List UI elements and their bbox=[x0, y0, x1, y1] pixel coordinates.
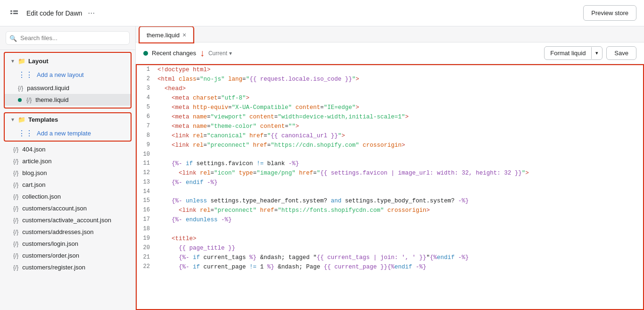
current-label: Current bbox=[208, 50, 227, 57]
format-liquid-main[interactable]: Format liquid bbox=[545, 47, 591, 59]
search-input[interactable] bbox=[6, 31, 130, 45]
editor-toolbar: Recent changes ↓ Current ▾ Format liquid… bbox=[136, 42, 644, 64]
code-line: 5 <meta http-equiv="X-UA-Compatible" con… bbox=[137, 103, 643, 112]
code-line: 18 bbox=[137, 225, 643, 234]
tab-bar: theme.liquid × bbox=[136, 26, 644, 42]
file-icon-cust-login: {/} bbox=[13, 241, 18, 247]
toolbar-right: Format liquid ▾ Save bbox=[544, 46, 636, 60]
layout-section-header[interactable]: ▼ 📁 Layout bbox=[5, 55, 131, 67]
sidebar-item-blog[interactable]: {/} blog.json bbox=[0, 167, 135, 179]
add-layout-link[interactable]: ⋮⋮ Add a new layout bbox=[5, 67, 131, 82]
file-icon-blog: {/} bbox=[13, 170, 18, 176]
add-layout-icon: ⋮⋮ bbox=[18, 70, 33, 79]
recent-dot bbox=[143, 51, 148, 56]
sidebar-item-404[interactable]: {/} 404.json bbox=[0, 143, 135, 155]
file-icon-article: {/} bbox=[13, 158, 18, 165]
password-liquid-label: password.liquid bbox=[27, 84, 125, 92]
search-wrap: 🔍 bbox=[6, 31, 130, 45]
save-button[interactable]: Save bbox=[606, 46, 636, 60]
templates-folder-icon: 📁 bbox=[18, 116, 25, 123]
layout-section-outlined: ▼ 📁 Layout ⋮⋮ Add a new layout {/} passw… bbox=[4, 52, 132, 109]
file-icon-cust-order: {/} bbox=[13, 252, 18, 259]
code-line: 14 bbox=[137, 187, 643, 196]
sidebar-item-cust-register[interactable]: {/} customers/register.json bbox=[0, 261, 135, 273]
current-dropdown-icon: ▾ bbox=[229, 50, 232, 57]
add-layout-label: Add a new layout bbox=[37, 71, 84, 78]
tab-theme-liquid[interactable]: theme.liquid × bbox=[140, 27, 193, 42]
recent-changes-label: Recent changes bbox=[152, 50, 196, 57]
svg-rect-0 bbox=[10, 10, 12, 12]
search-section: 🔍 bbox=[0, 26, 135, 50]
sidebar-item-cust-login[interactable]: {/} customers/login.json bbox=[0, 238, 135, 250]
more-options-button[interactable]: ··· bbox=[88, 8, 95, 18]
sidebar-item-collection[interactable]: {/} collection.json bbox=[0, 191, 135, 202]
file-icon-collection: {/} bbox=[13, 193, 18, 200]
back-button[interactable] bbox=[8, 7, 21, 20]
file-icon: {/} bbox=[18, 85, 23, 92]
templates-section-header[interactable]: ▼ 📁 Templates bbox=[5, 113, 131, 126]
top-bar: Edit code for Dawn ··· Preview store bbox=[0, 0, 644, 26]
code-line: 6 <meta name="viewport" content="width=d… bbox=[137, 112, 643, 122]
app-body: 🔍 ▼ 📁 Layout ⋮⋮ Add a new layout {/} pas… bbox=[0, 26, 644, 310]
svg-rect-2 bbox=[13, 10, 18, 12]
templates-outer: ▼ 📁 Templates ⋮⋮ Add a new template {/} … bbox=[0, 112, 135, 275]
code-line: 22 {%- if current_page != 1 %} &ndash; P… bbox=[137, 262, 643, 272]
toolbar-left: Recent changes ↓ Current ▾ bbox=[143, 48, 232, 59]
templates-section-label: Templates bbox=[28, 116, 58, 123]
page-title: Edit code for Dawn bbox=[26, 9, 82, 17]
sidebar-item-theme-liquid[interactable]: {/} theme.liquid 🗑 ✏ bbox=[5, 94, 131, 106]
layout-arrow-icon: ▼ bbox=[10, 59, 15, 64]
tab-label: theme.liquid bbox=[147, 32, 180, 39]
code-line: 16 <link rel="preconnect" href="https://… bbox=[137, 206, 643, 215]
code-line: 3 <head> bbox=[137, 84, 643, 93]
code-line: 7 <meta name="theme-color" content=""> bbox=[137, 122, 643, 131]
layout-section: ▼ 📁 Layout ⋮⋮ Add a new layout {/} passw… bbox=[5, 53, 131, 108]
sidebar-item-cust-activate[interactable]: {/} customers/activate_account.json bbox=[0, 214, 135, 226]
code-line: 8 <link rel="canonical" href="{{ canonic… bbox=[137, 131, 643, 141]
arrow-down-icon: ↓ bbox=[200, 48, 205, 59]
svg-rect-3 bbox=[13, 13, 18, 14]
templates-file-list: {/} 404.json {/} article.json {/} blog.j… bbox=[0, 142, 135, 275]
file-icon-cust-addresses: {/} bbox=[13, 229, 18, 235]
current-badge[interactable]: Current ▾ bbox=[208, 50, 232, 57]
code-line: 19 <title> bbox=[137, 234, 643, 243]
format-liquid-dropdown[interactable]: ▾ bbox=[591, 47, 602, 59]
top-bar-left: Edit code for Dawn ··· bbox=[8, 7, 95, 20]
templates-header-outlined: ▼ 📁 Templates ⋮⋮ Add a new template bbox=[4, 112, 132, 142]
file-icon-cust-account: {/} bbox=[13, 205, 18, 212]
code-line: 12 <link rel="icon" type="image/png" hre… bbox=[137, 168, 643, 178]
code-line: 13 {%- endif -%} bbox=[137, 178, 643, 187]
templates-arrow-icon: ▼ bbox=[10, 117, 15, 122]
code-line: 21 {%- if current_tags %} &ndash; tagged… bbox=[137, 253, 643, 262]
format-liquid-button[interactable]: Format liquid ▾ bbox=[544, 46, 603, 60]
add-template-label: Add a new template bbox=[37, 130, 91, 137]
add-template-link[interactable]: ⋮⋮ Add a new template bbox=[5, 126, 131, 141]
sidebar: 🔍 ▼ 📁 Layout ⋮⋮ Add a new layout {/} pas… bbox=[0, 26, 136, 310]
sidebar-item-cust-order[interactable]: {/} customers/order.json bbox=[0, 250, 135, 261]
folder-icon: 📁 bbox=[18, 58, 25, 65]
main-editor: theme.liquid × Recent changes ↓ Current … bbox=[136, 26, 644, 310]
active-dot bbox=[18, 98, 22, 102]
code-line: 1<!doctype html> bbox=[137, 65, 643, 75]
add-template-icon: ⋮⋮ bbox=[18, 129, 33, 138]
code-line: 4 <meta charset="utf-8"> bbox=[137, 93, 643, 103]
code-line: 11 {%- if settings.favicon != blank -%} bbox=[137, 159, 643, 168]
code-line: 9 <link rel="preconnect" href="https://c… bbox=[137, 141, 643, 150]
sidebar-item-password-liquid[interactable]: {/} password.liquid bbox=[5, 82, 131, 94]
code-line: 10 bbox=[137, 150, 643, 159]
tab-close-icon[interactable]: × bbox=[182, 31, 186, 39]
sidebar-item-cart[interactable]: {/} cart.json bbox=[0, 179, 135, 191]
file-icon-cart: {/} bbox=[13, 182, 18, 188]
code-editor[interactable]: 1<!doctype html> 2<html class="no-js" la… bbox=[136, 64, 644, 310]
file-icon-2: {/} bbox=[26, 97, 32, 103]
svg-rect-1 bbox=[10, 13, 12, 14]
file-icon-cust-activate: {/} bbox=[13, 217, 18, 224]
code-line: 2<html class="no-js" lang="{{ request.lo… bbox=[137, 75, 643, 84]
preview-store-button[interactable]: Preview store bbox=[583, 5, 636, 21]
code-line: 17 {%- endunless -%} bbox=[137, 215, 643, 225]
file-icon-404: {/} bbox=[13, 146, 18, 153]
sidebar-item-cust-addresses[interactable]: {/} customers/addresses.json bbox=[0, 226, 135, 238]
sidebar-item-cust-account[interactable]: {/} customers/account.json bbox=[0, 202, 135, 214]
sidebar-item-article[interactable]: {/} article.json bbox=[0, 155, 135, 167]
layout-section-label: Layout bbox=[28, 58, 49, 65]
